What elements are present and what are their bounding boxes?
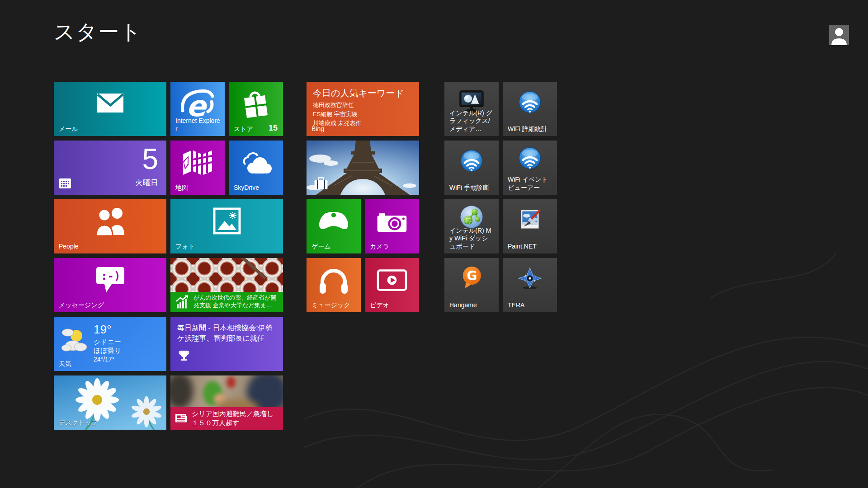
news-health-headline: がんの次世代の薬、経産省が開発支援 企業や大学など集ま… [193,294,279,310]
wifi-globe-icon [517,89,543,115]
tile-skydrive-label: SkyDrive [234,184,278,192]
bing-keyword: ES細胞 宇宙実験 [313,110,362,119]
sun-clouds-icon [60,327,89,353]
network-spheres-icon [458,204,485,230]
weather-temp: 19° [94,322,121,338]
wifi-globe-icon [517,145,543,171]
tile-bing[interactable]: 今日の人気キーワード 徳田政務官辞任 ES細胞 宇宙実験 川端康成 未発表作 B… [307,82,419,136]
shopping-bag-icon [241,89,270,119]
tera-emblem-icon [517,265,543,291]
tile-news-syria[interactable]: シリア国内避難民／急増し１５０万人超す [170,375,283,430]
tile-hangame[interactable]: G Hangame [444,258,499,312]
tile-intel-graphics-label: インテル(R) グラフィックス/メディア… [449,109,494,133]
bing-title: 今日の人気キーワード [313,87,404,99]
tile-messaging-label: メッセージング [59,301,162,310]
ie-e-icon: e [180,88,215,121]
tile-people[interactable]: People [54,199,166,253]
weather-condition: ほぼ曇り [94,346,121,355]
user-avatar-icon [829,25,849,45]
tile-intel-graphics[interactable]: インテル(R) グラフィックス/メディア… [444,82,499,136]
bing-keyword: 徳田政務官辞任 [313,101,362,110]
tile-intel-mywifi[interactable]: インテル(R) My WiFi ダッシュボード [444,199,499,253]
game-controller-icon [316,210,351,233]
newspaper-icon [175,413,188,424]
tile-photos[interactable]: フォト [170,199,283,253]
tile-tera-label: TERA [508,301,552,310]
tile-video-label: ビデオ [370,301,415,310]
tile-weather-label: 天気 [59,360,162,368]
tile-paintnet-label: Paint.NET [508,243,552,251]
tile-news-health[interactable]: がんの次世代の薬、経産省が開発支援 企業や大学など集ま… [170,258,283,312]
tile-wifi-event-viewer-label: WiFi イベント ビューアー [508,176,552,192]
tile-camera-label: カメラ [370,243,415,251]
people-icon [91,206,130,236]
svg-text::-): :-) [101,270,120,282]
trophy-icon [177,349,191,362]
picture-frame-icon [213,207,241,235]
tile-hangame-label: Hangame [449,301,494,310]
tile-desktop-label: デスクトップ [59,419,162,427]
camera-icon [377,210,407,233]
tile-store-badge: 15 [269,123,278,133]
tile-mainichi-news[interactable]: 毎日新聞 - 日本相撲協会:伊勢ケ浜理事、審判部長に就任 [170,317,283,371]
tile-video[interactable]: ビデオ [365,258,419,312]
calendar-icon [59,178,71,188]
tile-travel[interactable] [307,141,419,195]
tile-wifi-event-viewer[interactable]: WiFi イベント ビューアー [503,141,557,195]
hangame-g-icon: G [459,265,484,292]
tile-paintnet[interactable]: Paint.NET [503,199,557,253]
tile-mail-label: メール [59,125,162,133]
chat-bubble-icon: :-) [95,266,125,293]
calendar-weekday: 火曜日 [135,178,158,188]
tile-calendar[interactable]: 5 火曜日 [54,141,166,195]
news-health-banner: がんの次世代の薬、経産省が開発支援 企業や大学など集ま… [170,292,283,312]
user-avatar[interactable] [829,25,849,45]
cloud-icon [239,151,273,174]
svg-text:G: G [467,268,477,283]
bar-chart-icon [175,295,190,309]
tile-desktop[interactable]: デスクトップ [54,375,166,430]
tile-games-label: ゲーム [311,243,356,251]
tile-internet-explorer[interactable]: e Internet Explorer [170,82,225,136]
tile-music-label: ミュージック [311,301,356,310]
tile-people-label: People [59,243,162,251]
calendar-date: 5 [142,143,158,175]
tile-bing-label: Bing [311,125,415,133]
tile-ie-label: Internet Explorer [175,117,220,133]
page-title: スタート [54,18,142,46]
tile-games[interactable]: ゲーム [307,199,361,253]
tile-tera[interactable]: TERA [503,258,557,312]
news-syria-headline: シリア国内避難民／急増し１５０万人超す [192,409,279,427]
tile-map-label: 地図 [175,184,220,192]
tile-music[interactable]: ミュージック [307,258,361,312]
tile-camera[interactable]: カメラ [365,199,419,253]
tile-messaging[interactable]: :-) メッセージング [54,258,166,312]
tile-mail[interactable]: メール [54,82,166,136]
tile-wifi-stats-label: WiFi 詳細統計 [508,125,552,133]
tile-wifi-stats[interactable]: WiFi 詳細統計 [503,82,557,136]
tile-map[interactable]: 地図 [170,141,225,195]
headphones-icon [319,267,349,294]
photo-brush-icon [517,207,542,232]
suitcase-icon [313,177,329,190]
tile-store[interactable]: ストア 15 [229,82,283,136]
tile-wifi-diag[interactable]: WiFi 手動診断 [444,141,499,195]
tile-skydrive[interactable]: SkyDrive [229,141,283,195]
news-syria-banner: シリア国内避難民／急増し１５０万人超す [170,407,283,430]
tile-photos-label: フォト [175,243,278,251]
envelope-icon [97,94,123,113]
wifi-globe-icon [458,148,485,174]
folded-map-icon [182,150,213,176]
video-player-icon [377,269,407,291]
tile-weather[interactable]: 19° シドニー ほぼ曇り 24°/17° 天気 [54,317,166,371]
tile-intel-mywifi-label: インテル(R) My WiFi ダッシュボード [449,227,494,251]
tile-wifi-diag-label: WiFi 手動診断 [449,184,494,192]
weather-city: シドニー [94,338,121,347]
mainichi-headline: 毎日新聞 - 日本相撲協会:伊勢ケ浜理事、審判部長に就任 [177,323,277,343]
